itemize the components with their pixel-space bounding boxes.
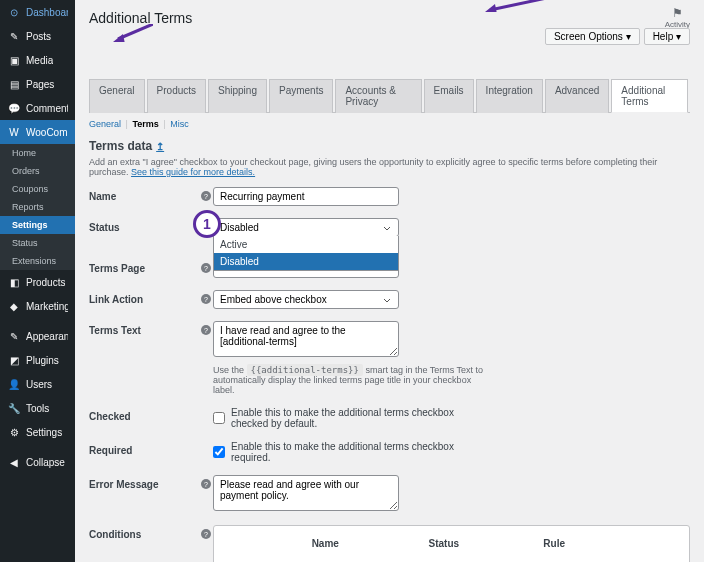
submenu-settings[interactable]: Settings — [0, 216, 75, 234]
help-tooltip-icon[interactable]: ? — [201, 294, 211, 304]
conditions-panel: Name Status Rule You can add multiple ru… — [213, 525, 690, 562]
sidebar-item-tools[interactable]: 🔧 Tools — [0, 396, 75, 420]
media-icon: ▣ — [7, 53, 21, 67]
submenu-extensions[interactable]: Extensions — [0, 252, 75, 270]
sidebar-item-label: Marketing — [26, 301, 68, 312]
comments-icon: 💬 — [7, 101, 21, 115]
sidebar-item-users[interactable]: 👤 Users — [0, 372, 75, 396]
svg-line-0 — [490, 0, 575, 10]
name-label: Name — [89, 187, 199, 202]
tab-emails[interactable]: Emails — [424, 79, 474, 113]
status-label: Status — [89, 218, 199, 233]
required-checkbox[interactable] — [213, 446, 225, 458]
sidebar-item-label: Media — [26, 55, 53, 66]
products-icon: ◧ — [7, 275, 21, 289]
conditions-col-name: Name — [222, 538, 429, 549]
submenu-orders[interactable]: Orders — [0, 162, 75, 180]
section-help: Add an extra "I agree" checkbox to your … — [89, 155, 690, 187]
tab-integration[interactable]: Integration — [476, 79, 543, 113]
subtab-terms[interactable]: Terms — [132, 119, 158, 129]
annotation-arrow — [113, 24, 153, 42]
terms-text-label: Terms Text — [89, 321, 199, 336]
sidebar-item-products[interactable]: ◧ Products — [0, 270, 75, 294]
plugins-icon: ◩ — [7, 353, 21, 367]
help-tooltip-icon[interactable]: ? — [201, 479, 211, 489]
submenu-reports[interactable]: Reports — [0, 198, 75, 216]
tab-payments[interactable]: Payments — [269, 79, 333, 113]
status-option-disabled[interactable]: Disabled — [214, 253, 398, 270]
annotation-arrow — [485, 0, 575, 12]
sidebar-item-label: Users — [26, 379, 52, 390]
sidebar-item-marketing[interactable]: ◆ Marketing — [0, 294, 75, 318]
tab-general[interactable]: General — [89, 79, 145, 113]
separator: | — [161, 119, 167, 129]
sidebar-item-label: Dashboard — [26, 7, 68, 18]
svg-marker-1 — [485, 4, 497, 12]
back-to-list-link[interactable]: ↥ — [156, 141, 164, 152]
collapse-menu[interactable]: ◀ Collapse menu — [0, 450, 75, 474]
terms-page-label: Terms Page — [89, 259, 199, 274]
status-option-active[interactable]: Active — [214, 236, 398, 253]
sidebar-item-label: Posts — [26, 31, 51, 42]
settings-tabs: General Products Shipping Payments Accou… — [89, 79, 690, 113]
error-message-input[interactable]: Please read and agree with our payment p… — [213, 475, 399, 511]
appearance-icon: ✎ — [7, 329, 21, 343]
submenu-home[interactable]: Home — [0, 144, 75, 162]
users-icon: 👤 — [7, 377, 21, 391]
status-select[interactable]: Disabled — [213, 218, 399, 237]
sidebar-item-comments[interactable]: 💬 Comments — [0, 96, 75, 120]
sidebar-item-woocommerce[interactable]: W WooCommerce — [0, 120, 75, 144]
submenu-status[interactable]: Status — [0, 234, 75, 252]
checked-checkbox[interactable] — [213, 412, 225, 424]
sidebar-item-plugins[interactable]: ◩ Plugins — [0, 348, 75, 372]
sidebar-item-label: Collapse menu — [26, 457, 68, 468]
sidebar-item-label: Plugins — [26, 355, 59, 366]
sidebar-item-label: Pages — [26, 79, 54, 90]
activity-button[interactable]: ⚑ Activity — [665, 6, 690, 29]
submenu-coupons[interactable]: Coupons — [0, 180, 75, 198]
tab-accounts[interactable]: Accounts & Privacy — [335, 79, 421, 113]
screen-options-button[interactable]: Screen Options ▾ — [545, 28, 640, 45]
sidebar-item-posts[interactable]: ✎ Posts — [0, 24, 75, 48]
checked-label: Checked — [89, 407, 199, 422]
sidebar-item-media[interactable]: ▣ Media — [0, 48, 75, 72]
help-tooltip-icon[interactable]: ? — [201, 325, 211, 335]
terms-form: Name ? Status 1 Disabled — [89, 187, 690, 562]
flag-icon: ⚑ — [672, 6, 683, 20]
help-tooltip-icon[interactable]: ? — [201, 529, 211, 539]
sidebar-item-label: Products — [26, 277, 65, 288]
link-action-select[interactable]: Embed above checkbox — [213, 290, 399, 309]
marketing-icon: ◆ — [7, 299, 21, 313]
tab-additional-terms[interactable]: Additional Terms — [611, 79, 688, 113]
tab-products[interactable]: Products — [147, 79, 206, 113]
smart-tag-hint: Use the {{additional-terms}} smart tag i… — [213, 365, 493, 395]
help-tooltip-icon[interactable]: ? — [201, 191, 211, 201]
sidebar-item-settings[interactable]: ⚙ Settings — [0, 420, 75, 444]
sidebar-item-label: Appearance — [26, 331, 68, 342]
collapse-icon: ◀ — [7, 455, 21, 469]
sidebar-item-label: WooCommerce — [26, 127, 68, 138]
help-button[interactable]: Help ▾ — [644, 28, 690, 45]
woocommerce-icon: W — [7, 125, 21, 139]
link-action-label: Link Action — [89, 290, 199, 305]
sidebar-item-appearance[interactable]: ✎ Appearance — [0, 324, 75, 348]
subtabs: General | Terms | Misc — [89, 117, 690, 135]
terms-text-input[interactable]: I have read and agree to the [additional… — [213, 321, 399, 357]
error-message-label: Error Message — [89, 475, 199, 490]
subtab-general[interactable]: General — [89, 119, 121, 129]
tools-icon: 🔧 — [7, 401, 21, 415]
status-dropdown: Active Disabled — [213, 236, 399, 271]
sidebar-item-pages[interactable]: ▤ Pages — [0, 72, 75, 96]
name-input[interactable] — [213, 187, 399, 206]
guide-link[interactable]: See this guide for more details. — [131, 167, 255, 177]
required-label: Required — [89, 441, 199, 456]
subtab-misc[interactable]: Misc — [170, 119, 189, 129]
help-tooltip-icon[interactable]: ? — [201, 263, 211, 273]
pages-icon: ▤ — [7, 77, 21, 91]
separator: | — [124, 119, 130, 129]
sidebar-item-dashboard[interactable]: ⊙ Dashboard — [0, 0, 75, 24]
section-title-text: Terms data — [89, 139, 152, 153]
annotation-1: 1 — [193, 210, 221, 238]
tab-shipping[interactable]: Shipping — [208, 79, 267, 113]
tab-advanced[interactable]: Advanced — [545, 79, 609, 113]
